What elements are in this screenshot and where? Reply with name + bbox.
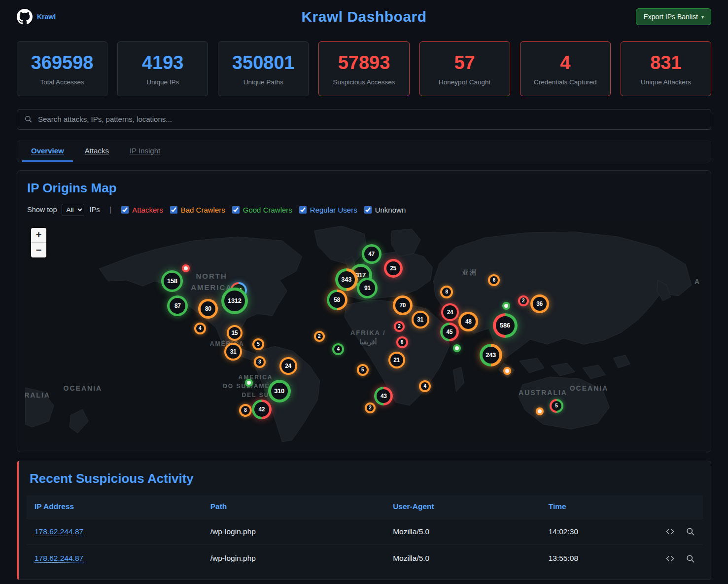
column-header-time: Time <box>541 495 642 518</box>
zoom-out-button[interactable]: − <box>31 243 46 257</box>
world-map[interactable]: + − NORTH AMERICAAMÉRICAAFRIKA / أفريقيا… <box>25 222 703 444</box>
map-marker[interactable]: 91 <box>357 278 378 298</box>
activity-table: IP AddressPathUser-AgentTime 178.62.244.… <box>27 495 703 572</box>
map-marker[interactable]: 310 <box>268 380 291 402</box>
legend-checkbox[interactable] <box>299 206 307 214</box>
map-marker[interactable]: 70 <box>393 295 413 315</box>
map-marker[interactable]: 31 <box>412 311 429 328</box>
map-marker[interactable]: 36 <box>530 294 549 313</box>
legend-label: Attackers <box>132 206 163 214</box>
search-input[interactable] <box>38 115 704 123</box>
map-marker[interactable]: 25 <box>384 259 403 278</box>
legend-checkbox[interactable] <box>232 206 240 214</box>
map-marker[interactable]: 4 <box>332 343 344 355</box>
map-marker[interactable]: 47 <box>362 244 381 264</box>
map-marker[interactable]: 5 <box>550 399 563 413</box>
map-marker-count: 6 <box>398 338 406 346</box>
map-marker-count: 5 <box>359 366 367 374</box>
ip-address-link[interactable]: 178.62.244.87 <box>35 554 83 563</box>
map-marker[interactable]: 2 <box>365 402 376 413</box>
show-top-select[interactable]: All <box>62 204 84 216</box>
map-marker[interactable]: 343 <box>335 268 358 291</box>
legend-checkbox[interactable] <box>364 206 372 214</box>
map-controls: Show top All IPs | Attackers Bad Crawler… <box>27 204 703 216</box>
map-marker-count: 31 <box>226 345 240 359</box>
export-banlist-button[interactable]: Export IPs Banlist ▾ <box>636 8 711 25</box>
map-marker[interactable]: 45 <box>440 323 459 341</box>
map-marker[interactable] <box>453 344 461 352</box>
legend-label: Good Crawlers <box>243 206 292 214</box>
map-marker[interactable]: 8 <box>239 404 252 417</box>
map-marker[interactable]: 48 <box>458 312 478 331</box>
legend-item-good-crawlers[interactable]: Good Crawlers <box>232 206 292 214</box>
map-marker[interactable]: 4 <box>194 323 206 334</box>
map-marker-count: 45 <box>443 325 456 339</box>
legend-label: Regular Users <box>310 206 357 214</box>
legend-item-regular-users[interactable]: Regular Users <box>299 206 357 214</box>
map-marker[interactable] <box>182 264 190 272</box>
map-marker[interactable]: 4 <box>419 380 431 392</box>
app-logo[interactable]: Krawl <box>17 9 56 25</box>
time-cell: 13:55:08 <box>541 545 642 572</box>
activity-panel-title: Recent Suspicious Activity <box>30 471 703 486</box>
stat-card: 350801 Unique Paths <box>218 41 309 96</box>
page-title: Krawl Dashboard <box>301 8 426 25</box>
map-marker-count: 42 <box>254 402 269 417</box>
map-marker[interactable] <box>502 302 510 310</box>
zoom-in-button[interactable]: + <box>31 228 46 243</box>
map-marker[interactable]: 24 <box>279 357 297 375</box>
legend: Attackers Bad Crawlers Good Crawlers Reg… <box>121 206 413 214</box>
map-marker[interactable] <box>245 379 253 387</box>
map-marker[interactable]: 2 <box>314 331 325 342</box>
map-marker[interactable]: 80 <box>198 299 218 319</box>
map-marker-count: 4 <box>334 345 342 353</box>
map-marker[interactable]: 42 <box>252 400 272 419</box>
view-code-icon[interactable] <box>665 527 675 536</box>
map-marker[interactable]: 15 <box>227 325 243 341</box>
map-marker[interactable]: 8 <box>440 286 453 298</box>
legend-checkbox[interactable] <box>121 206 129 214</box>
stat-label: Unique Paths <box>221 78 305 86</box>
map-marker[interactable]: 6 <box>488 274 500 286</box>
search-icon[interactable] <box>686 527 695 536</box>
tab-attacks[interactable]: Attacks <box>76 141 118 162</box>
map-marker[interactable] <box>503 367 511 375</box>
map-marker[interactable]: 5 <box>357 364 369 376</box>
map-marker[interactable]: 158 <box>161 270 183 292</box>
tab-ip-insight[interactable]: IP Insight <box>121 141 169 162</box>
path-cell: /wp-login.php <box>203 545 385 572</box>
map-marker-count: 2 <box>520 297 527 304</box>
ip-address-link[interactable]: 178.62.244.87 <box>35 527 83 536</box>
user-agent-cell: Mozilla/5.0 <box>385 545 541 572</box>
tab-bar: OverviewAttacksIP Insight <box>17 141 711 162</box>
recent-suspicious-activity-panel: Recent Suspicious Activity IP AddressPat… <box>17 461 711 580</box>
map-marker[interactable]: 43 <box>374 387 393 405</box>
map-marker[interactable] <box>536 407 544 415</box>
legend-item-bad-crawlers[interactable]: Bad Crawlers <box>170 206 225 214</box>
stat-label: Honeypot Caught <box>423 78 507 86</box>
app-header: Krawl Krawl Dashboard Export IPs Banlist… <box>0 0 728 32</box>
map-marker[interactable]: 3 <box>254 356 266 368</box>
view-code-icon[interactable] <box>665 554 675 563</box>
map-marker[interactable]: 243 <box>480 344 502 366</box>
map-marker-count: 1312 <box>224 291 245 311</box>
map-marker[interactable]: 87 <box>167 295 188 316</box>
map-marker[interactable]: 58 <box>327 290 347 310</box>
map-marker[interactable]: 21 <box>388 352 405 368</box>
stat-value: 4 <box>523 53 607 73</box>
map-marker[interactable]: 24 <box>441 303 459 321</box>
map-marker[interactable]: 2 <box>518 295 529 306</box>
map-marker[interactable]: 6 <box>396 336 408 348</box>
map-marker-count: 5 <box>254 340 262 348</box>
search-icon[interactable] <box>686 554 695 563</box>
map-marker[interactable]: 586 <box>493 313 518 338</box>
show-top-label: Show top <box>27 206 57 214</box>
map-marker[interactable]: 5 <box>252 338 264 350</box>
map-marker[interactable]: 2 <box>394 321 405 332</box>
legend-item-attackers[interactable]: Attackers <box>121 206 163 214</box>
map-marker[interactable]: 1312 <box>221 288 248 314</box>
tab-overview[interactable]: Overview <box>22 141 73 162</box>
legend-checkbox[interactable] <box>170 206 177 214</box>
map-marker[interactable]: 31 <box>224 343 242 361</box>
legend-item-unknown[interactable]: Unknown <box>364 206 406 214</box>
